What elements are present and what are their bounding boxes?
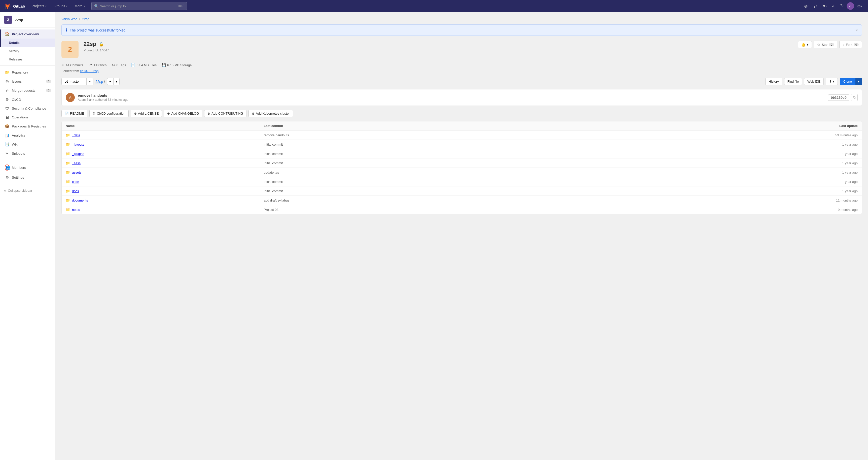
file-name[interactable]: 📁 _data bbox=[66, 133, 264, 137]
table-row: 📁 documents add draft syllabus 11 months… bbox=[62, 196, 862, 205]
find-file-btn[interactable]: Find file bbox=[784, 78, 802, 85]
sidebar-item-merge-requests[interactable]: ⇄ Merge requests 0 bbox=[0, 86, 55, 95]
notifications-btn[interactable]: 🔔 ▾ bbox=[798, 41, 812, 48]
branch-icon: ⎇ bbox=[65, 80, 68, 83]
add-kubernetes-btn[interactable]: ⊕ Add Kubernetes cluster bbox=[248, 110, 293, 117]
nav-icons: ⊕ ▾ ⇄ ⚑ ▾ ✓ ? ▾ V ⚙ ▾ bbox=[802, 2, 864, 10]
add-file-dropdown-btn[interactable]: ▾ bbox=[114, 78, 120, 85]
sidebar-item-label: Snippets bbox=[12, 152, 25, 155]
sidebar-item-label: Members bbox=[12, 166, 26, 170]
todo-icon-btn[interactable]: ✓ bbox=[830, 2, 837, 10]
branch-name: master bbox=[70, 80, 80, 83]
snippets-icon: ✂ bbox=[5, 151, 9, 156]
new-item-btn[interactable]: ⊕ ▾ bbox=[802, 2, 811, 10]
file-name-link[interactable]: notes bbox=[72, 208, 80, 211]
history-btn[interactable]: History bbox=[765, 78, 782, 85]
sidebar-item-releases[interactable]: Releases bbox=[0, 55, 55, 63]
stat-commits[interactable]: ↩ 44 Commits bbox=[61, 63, 83, 67]
user-avatar-btn[interactable]: V bbox=[846, 2, 854, 10]
sidebar-item-analytics[interactable]: 📊 Analytics bbox=[0, 131, 55, 140]
copy-hash-btn[interactable]: ⧉ bbox=[851, 94, 858, 101]
add-changelog-label: Add CHANGELOG bbox=[171, 112, 199, 115]
operations-icon: 🖥 bbox=[5, 115, 9, 119]
forked-from-link[interactable]: cs137 / 22sp bbox=[80, 69, 99, 73]
file-last-commit: Project 03 bbox=[264, 208, 660, 211]
sidebar-item-snippets[interactable]: ✂ Snippets bbox=[0, 149, 55, 158]
search-input[interactable] bbox=[100, 4, 177, 8]
add-changelog-btn[interactable]: ⊕ Add CHANGELOG bbox=[164, 110, 202, 117]
issues-badge: 0 bbox=[46, 80, 51, 83]
sidebar-item-repository[interactable]: 📁 Repository bbox=[0, 68, 55, 77]
sidebar-item-label: Activity bbox=[9, 49, 19, 53]
branch-btn[interactable]: ⎇ master bbox=[61, 78, 87, 85]
add-license-btn[interactable]: ⊕ Add LICENSE bbox=[131, 110, 162, 117]
file-name[interactable]: 📁 _plugins bbox=[66, 152, 264, 156]
alert-close-btn[interactable]: × bbox=[856, 28, 858, 32]
file-name-link[interactable]: docs bbox=[72, 189, 79, 193]
star-btn[interactable]: ☆ Star 0 bbox=[814, 41, 837, 48]
add-file-btn[interactable]: + bbox=[107, 78, 114, 85]
file-name[interactable]: 📁 _sass bbox=[66, 161, 264, 165]
sidebar-item-details[interactable]: Details bbox=[0, 38, 55, 47]
file-table: Name Last commit Last update 📁 _data rem… bbox=[61, 121, 862, 214]
sidebar-item-settings[interactable]: ⚙ Settings bbox=[0, 173, 55, 182]
file-name-link[interactable]: _data bbox=[72, 133, 80, 137]
file-name-link[interactable]: _sass bbox=[72, 161, 81, 165]
breadcrumb-repo[interactable]: 22sp bbox=[82, 17, 89, 21]
collapse-sidebar-btn[interactable]: « Collapse sidebar bbox=[0, 186, 55, 195]
sidebar-project-name: 22sp bbox=[14, 18, 23, 22]
bell-chevron: ▾ bbox=[807, 43, 809, 47]
sidebar-item-issues[interactable]: ◎ Issues 0 bbox=[0, 77, 55, 86]
sidebar-item-members[interactable]: 👥 Members bbox=[0, 162, 55, 173]
bell-icon: 🔔 bbox=[801, 42, 806, 47]
sidebar-item-project-overview[interactable]: 🏠 Project overview bbox=[0, 29, 55, 38]
clone-btn[interactable]: Clone bbox=[840, 78, 856, 85]
clone-dropdown-btn[interactable]: ▾ bbox=[856, 78, 862, 85]
projects-nav-btn[interactable]: Projects ▾ bbox=[29, 2, 49, 9]
branch-dropdown-btn[interactable]: ▾ bbox=[87, 78, 93, 85]
commit-hash-value[interactable]: 0b3159e9 bbox=[828, 94, 849, 101]
file-name-link[interactable]: _plugins bbox=[72, 152, 84, 156]
file-name[interactable]: 📁 assets bbox=[66, 170, 264, 174]
help-icon-btn[interactable]: ? ▾ bbox=[838, 2, 846, 10]
repo-path-link[interactable]: 22sp bbox=[95, 80, 103, 84]
file-name[interactable]: 📁 docs bbox=[66, 189, 264, 193]
project-lock-icon: 🔒 bbox=[99, 42, 104, 47]
sidebar-item-ci-cd[interactable]: ⚙ CI/CD bbox=[0, 95, 55, 104]
file-name[interactable]: 📁 _layouts bbox=[66, 142, 264, 146]
gitlab-logo[interactable]: GitLab bbox=[4, 2, 25, 9]
more-nav-btn[interactable]: More ▾ bbox=[72, 2, 87, 9]
file-last-date: 53 minutes ago bbox=[660, 133, 858, 137]
sidebar-item-activity[interactable]: Activity bbox=[0, 47, 55, 55]
file-name[interactable]: 📁 documents bbox=[66, 198, 264, 202]
readme-btn[interactable]: 📄 README bbox=[61, 110, 87, 117]
add-contributing-btn[interactable]: ⊕ Add CONTRIBUTING bbox=[204, 110, 246, 117]
sidebar-item-security-compliance[interactable]: 🛡 Security & Compliance bbox=[0, 104, 55, 113]
file-last-commit: Initial commit bbox=[264, 161, 660, 165]
folder-icon: 📁 bbox=[66, 208, 70, 211]
stat-branches[interactable]: ⎇ 1 Branch bbox=[88, 63, 106, 67]
file-name-link[interactable]: documents bbox=[72, 199, 88, 202]
file-name-link[interactable]: _layouts bbox=[72, 143, 84, 146]
cicd-config-btn[interactable]: ⚙ CI/CD configuration bbox=[89, 110, 129, 117]
file-name-link[interactable]: code bbox=[72, 180, 79, 184]
search-icon: 🔍 bbox=[94, 4, 98, 8]
settings-icon-btn[interactable]: ⚙ ▾ bbox=[855, 2, 864, 10]
sidebar-item-wiki[interactable]: 📑 Wiki bbox=[0, 140, 55, 149]
groups-nav-btn[interactable]: Groups ▾ bbox=[51, 2, 70, 9]
merge-requests-icon-btn[interactable]: ⇄ bbox=[812, 2, 819, 10]
merge-requests-icon: ⇄ bbox=[5, 88, 9, 93]
folder-icon: 📁 bbox=[66, 180, 70, 184]
commit-message[interactable]: remove handouts bbox=[78, 93, 825, 97]
breadcrumb-user[interactable]: Varyn Woo bbox=[61, 17, 77, 21]
sidebar-item-operations[interactable]: 🖥 Operations bbox=[0, 113, 55, 122]
sidebar-item-packages[interactable]: 📦 Packages & Registries bbox=[0, 122, 55, 131]
file-name-link[interactable]: assets bbox=[72, 171, 82, 174]
fork-btn[interactable]: ⑂ Fork 0 bbox=[839, 41, 862, 48]
file-name[interactable]: 📁 code bbox=[66, 180, 264, 184]
file-name[interactable]: 📁 notes bbox=[66, 208, 264, 211]
web-ide-btn[interactable]: Web IDE bbox=[804, 78, 824, 85]
issues-icon-btn[interactable]: ⚑ ▾ bbox=[820, 2, 829, 10]
download-btn[interactable]: ⬇ ▾ bbox=[826, 78, 838, 85]
stat-tags[interactable]: 🏷 0 Tags bbox=[112, 63, 126, 67]
